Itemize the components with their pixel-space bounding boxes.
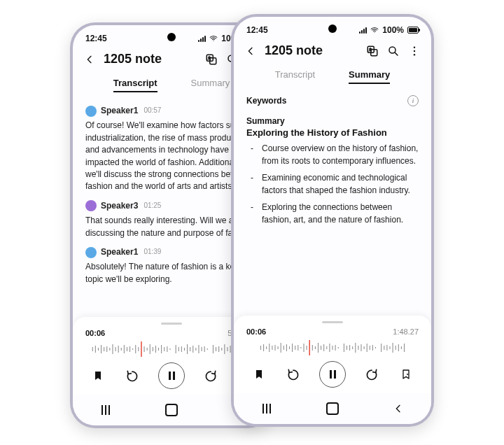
battery-pct: 100% (382, 25, 404, 35)
translate-button[interactable] (365, 44, 379, 58)
translate-button[interactable] (204, 52, 218, 66)
info-icon[interactable]: i (407, 95, 419, 106)
speaker-name: Speaker1 (101, 105, 138, 117)
svg-point-64 (389, 47, 396, 53)
speaker-time: 01:39 (144, 247, 161, 257)
phone-summary: 12:45 100% 1205 note Transcript Summary … (231, 14, 434, 427)
wifi-icon (370, 26, 379, 34)
nav-recents-button[interactable] (97, 401, 115, 419)
list-item: Examining economic and technological fac… (255, 171, 419, 201)
playback-position: 00:06 (85, 329, 105, 337)
signal-icon (359, 27, 367, 34)
back-button[interactable] (83, 52, 97, 66)
speaker-time: 01:25 (144, 201, 161, 211)
tab-summary[interactable]: Summary (349, 66, 390, 84)
nav-home-button[interactable] (323, 400, 342, 418)
wifi-icon (209, 34, 218, 43)
playback-duration: 1:48.27 (393, 327, 419, 336)
tabs: Transcript Summary (234, 64, 431, 90)
audio-player: 00:06 1:48.27 (234, 316, 431, 393)
drag-handle[interactable] (161, 323, 182, 325)
nav-recents-button[interactable] (258, 400, 276, 418)
nav-home-button[interactable] (162, 401, 181, 419)
more-button[interactable] (407, 44, 421, 58)
signal-icon (198, 36, 206, 42)
list-item: Exploring the connections between fashio… (255, 201, 419, 230)
playback-position: 00:06 (246, 327, 266, 336)
summary-label: Summary (234, 109, 431, 127)
svg-point-65 (414, 46, 415, 48)
keywords-label: Keywords (246, 96, 286, 106)
tab-summary[interactable]: Summary (191, 75, 230, 92)
nav-back-button[interactable] (389, 400, 407, 418)
title-bar: 1205 note (234, 35, 431, 64)
summary-title: Exploring the History of Fashion (234, 127, 431, 142)
drag-handle[interactable] (322, 321, 343, 323)
forward-bookmark-button[interactable] (398, 366, 414, 383)
svg-point-0 (214, 40, 214, 41)
avatar-icon (85, 247, 97, 258)
svg-point-67 (414, 54, 415, 55)
battery-icon (407, 27, 419, 34)
tab-transcript[interactable]: Transcript (275, 66, 315, 84)
page-title: 1205 note (104, 52, 197, 66)
svg-point-61 (374, 31, 375, 32)
rewind-button[interactable] (124, 367, 141, 384)
phone-camera (328, 24, 337, 33)
bookmark-button[interactable] (251, 366, 267, 383)
forward-button[interactable] (363, 366, 380, 383)
waveform[interactable] (246, 339, 419, 357)
bookmark-button[interactable] (90, 367, 106, 384)
page-title: 1205 note (265, 43, 358, 58)
svg-point-66 (414, 50, 415, 51)
speaker-name: Speaker3 (101, 200, 138, 212)
rewind-button[interactable] (285, 366, 302, 383)
search-button[interactable] (386, 44, 400, 58)
avatar-icon (85, 106, 97, 117)
summary-bullets: Course overview on the history of fashio… (234, 142, 431, 230)
phone-camera (167, 33, 176, 41)
status-time: 12:45 (85, 34, 107, 43)
back-button[interactable] (244, 44, 258, 58)
keywords-row: Keywords i (234, 90, 431, 109)
list-item: Course overview on the history of fashio… (255, 142, 419, 171)
speaker-name: Speaker1 (101, 246, 138, 258)
tab-transcript[interactable]: Transcript (113, 75, 158, 92)
speaker-time: 00:57 (144, 106, 161, 116)
status-time: 12:45 (246, 25, 268, 35)
forward-button[interactable] (202, 367, 219, 384)
system-nav-bar (234, 393, 431, 424)
pause-button[interactable] (158, 362, 185, 389)
avatar-icon (85, 200, 97, 211)
pause-button[interactable] (319, 361, 346, 388)
